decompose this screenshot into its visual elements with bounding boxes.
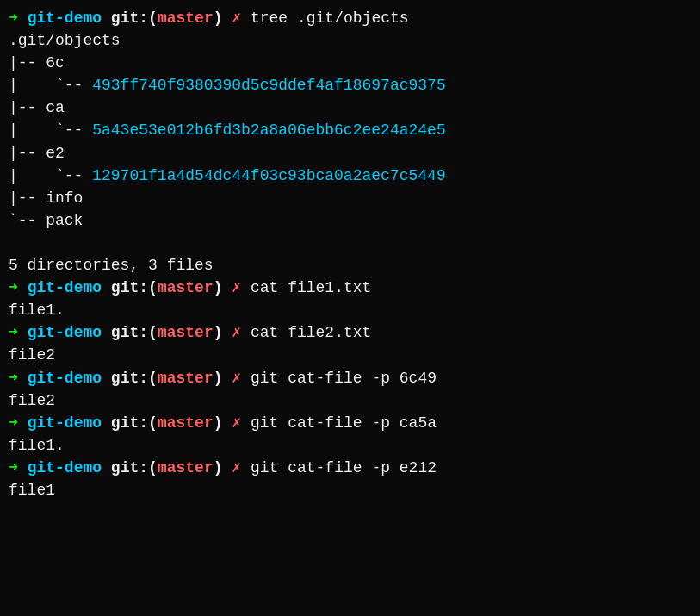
output-line: file1 [9, 479, 691, 501]
output-line: |-- 6c [9, 52, 691, 74]
prompt-branch: master [158, 414, 214, 432]
output-line: |-- ca [9, 96, 691, 119]
prompt-line: ➜ git-demo git:(master) ✗ cat file1.txt [9, 277, 691, 299]
prompt-x: ✗ [223, 414, 242, 432]
hash-text: 493ff740f9380390d5c9ddef4af18697ac9375 [92, 77, 445, 94]
hash-text: 129701f1a4d54dc44f03c93bca0a2aec7c5449 [92, 167, 445, 184]
output-text: file2 [9, 346, 55, 364]
output-text: file1. [9, 437, 65, 454]
prompt-git-label: git: [102, 370, 148, 387]
prompt-x: ✗ [223, 279, 242, 296]
output-text: file1 [9, 482, 55, 499]
output-line: file1. [9, 434, 691, 457]
output-text: |-- 6c [9, 54, 65, 72]
branch-close: ) [214, 324, 223, 341]
branch-close: ) [214, 279, 223, 296]
output-text: |-- ca [9, 99, 65, 116]
prompt-x: ✗ [223, 370, 242, 387]
output-text: .git/objects [9, 32, 121, 49]
output-line: .git/objects [9, 29, 691, 52]
blank-line [9, 232, 691, 254]
branch-open: ( [148, 370, 158, 387]
branch-close: ) [214, 9, 223, 27]
prompt-line: ➜ git-demo git:(master) ✗ git cat-file -… [9, 412, 691, 434]
branch-close: ) [214, 370, 223, 387]
output-line: file2 [9, 389, 691, 412]
output-text: file1. [9, 302, 65, 319]
output-line: | `-- 5a43e53e012b6fd3b2a8a06ebb6c2ee24a… [9, 119, 691, 141]
prompt-line: ➜ git-demo git:(master) ✗ cat file2.txt [9, 321, 691, 344]
output-text: | `-- [9, 121, 92, 139]
command-text: git cat-file -p 6c49 [241, 370, 437, 387]
output-line: file2 [9, 344, 691, 366]
output-text: | `-- [9, 77, 92, 94]
prompt-branch: master [158, 279, 214, 296]
prompt-branch: master [158, 370, 214, 387]
branch-open: ( [148, 414, 158, 432]
prompt-line: ➜ git-demo git:(master) ✗ git cat-file -… [9, 367, 691, 389]
command-text: git cat-file -p e212 [241, 459, 437, 476]
prompt-dir: git-demo [28, 459, 102, 476]
prompt-arrow: ➜ [9, 370, 28, 387]
output-line: `-- pack [9, 209, 691, 232]
prompt-arrow: ➜ [9, 459, 28, 476]
branch-close: ) [214, 414, 223, 432]
prompt-x: ✗ [223, 9, 242, 27]
output-text: | `-- [9, 167, 92, 184]
prompt-git-label: git: [102, 9, 148, 27]
prompt-dir: git-demo [28, 9, 102, 27]
prompt-x: ✗ [223, 459, 242, 476]
prompt-line: ➜ git-demo git:(master) ✗ tree .git/obje… [9, 7, 691, 29]
output-line: | `-- 493ff740f9380390d5c9ddef4af18697ac… [9, 74, 691, 96]
prompt-branch: master [158, 459, 214, 476]
hash-text: 5a43e53e012b6fd3b2a8a06ebb6c2ee24a24e5 [92, 121, 445, 139]
prompt-arrow: ➜ [9, 414, 28, 432]
output-line: |-- e2 [9, 142, 691, 165]
prompt-dir: git-demo [28, 370, 102, 387]
terminal: ➜ git-demo git:(master) ✗ tree .git/obje… [9, 7, 691, 501]
prompt-git-label: git: [102, 324, 148, 341]
prompt-arrow: ➜ [9, 324, 28, 341]
prompt-line: ➜ git-demo git:(master) ✗ git cat-file -… [9, 457, 691, 479]
prompt-branch: master [158, 9, 214, 27]
branch-open: ( [148, 9, 158, 27]
prompt-dir: git-demo [28, 324, 102, 341]
command-text: git cat-file -p ca5a [241, 414, 437, 432]
output-line: file1. [9, 299, 691, 321]
prompt-git-label: git: [102, 279, 148, 296]
output-line: | `-- 129701f1a4d54dc44f03c93bca0a2aec7c… [9, 165, 691, 187]
branch-open: ( [148, 324, 158, 341]
prompt-branch: master [158, 324, 214, 341]
prompt-arrow: ➜ [9, 9, 28, 27]
output-text: file2 [9, 392, 55, 409]
branch-open: ( [148, 279, 158, 296]
branch-close: ) [214, 459, 223, 476]
output-text: |-- info [9, 190, 83, 207]
prompt-dir: git-demo [28, 279, 102, 296]
summary-line: 5 directories, 3 files [9, 254, 691, 277]
command-text: cat file2.txt [241, 324, 371, 341]
command-text: cat file1.txt [241, 279, 371, 296]
output-line: |-- info [9, 187, 691, 209]
prompt-git-label: git: [102, 459, 148, 476]
prompt-arrow: ➜ [9, 279, 28, 296]
command-text: tree .git/objects [241, 9, 408, 27]
output-text: |-- e2 [9, 145, 65, 162]
prompt-git-label: git: [102, 414, 148, 432]
branch-open: ( [148, 459, 158, 476]
prompt-x: ✗ [223, 324, 242, 341]
output-text: `-- pack [9, 212, 83, 229]
prompt-dir: git-demo [28, 414, 102, 432]
